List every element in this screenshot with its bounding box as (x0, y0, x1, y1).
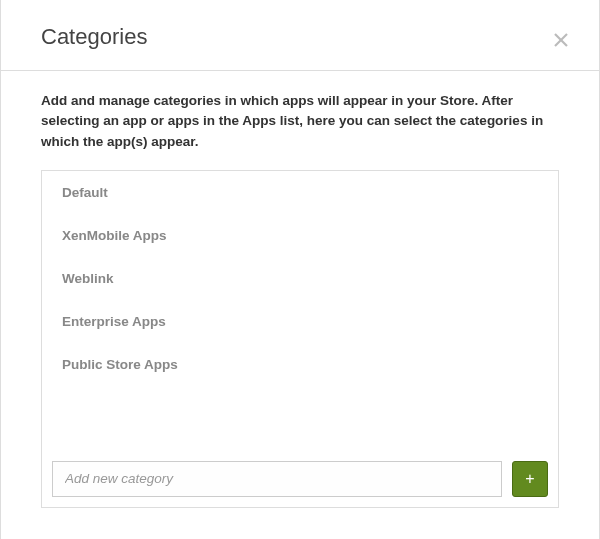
category-item[interactable]: Default (42, 171, 558, 214)
plus-icon: + (525, 471, 534, 487)
add-category-row: + (42, 451, 558, 507)
category-item[interactable]: Enterprise Apps (42, 300, 558, 343)
add-category-input[interactable] (52, 461, 502, 497)
dialog-header: Categories (1, 0, 599, 70)
close-button[interactable] (551, 30, 571, 50)
close-icon (553, 32, 569, 48)
category-item[interactable]: Public Store Apps (42, 343, 558, 386)
dialog-title: Categories (41, 24, 559, 50)
category-item[interactable]: Weblink (42, 257, 558, 300)
dialog-description: Add and manage categories in which apps … (41, 91, 559, 152)
dialog-content: Add and manage categories in which apps … (1, 71, 599, 528)
category-list: Default XenMobile Apps Weblink Enterpris… (42, 171, 558, 451)
category-item[interactable]: XenMobile Apps (42, 214, 558, 257)
categories-dialog: Categories Add and manage categories in … (0, 0, 600, 539)
add-category-button[interactable]: + (512, 461, 548, 497)
category-panel: Default XenMobile Apps Weblink Enterpris… (41, 170, 559, 508)
